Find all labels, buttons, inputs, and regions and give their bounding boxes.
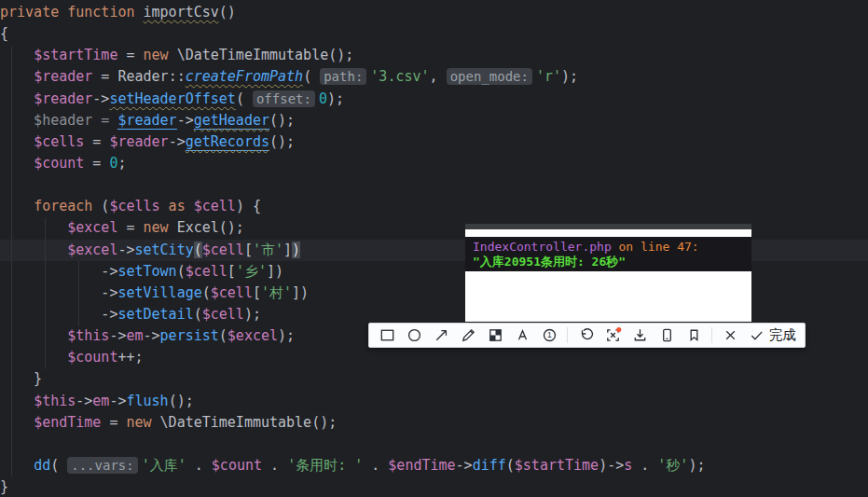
code-token	[0, 198, 34, 214]
code-token: $cells	[109, 198, 159, 214]
code-token: $cell	[194, 198, 236, 214]
undo-button[interactable]	[576, 326, 595, 345]
code-token: ->	[144, 327, 160, 344]
number-badge-tool-button[interactable]: 1	[540, 326, 558, 345]
code-token: ->	[456, 457, 473, 474]
code-token: path:	[320, 68, 366, 85]
code-token: =	[92, 68, 117, 85]
page-top-strip	[465, 229, 751, 237]
code-line: $reader->setHeaderOffset( offset:0);	[0, 89, 868, 110]
code-token: '入库'	[142, 457, 186, 474]
code-token: new	[144, 47, 169, 63]
code-token: dd	[34, 457, 50, 474]
code-token: \DateTimeImmutable();	[169, 47, 354, 63]
svg-text:1: 1	[547, 330, 552, 339]
code-token: $header =	[0, 112, 117, 129]
code-line: }	[0, 368, 868, 390]
download-icon	[631, 326, 649, 344]
code-token: ->	[0, 306, 117, 323]
code-token: setVillage	[117, 284, 201, 301]
pencil-tool-button[interactable]	[459, 326, 477, 345]
code-token: getHeader	[194, 112, 269, 130]
code-token: }	[0, 478, 8, 495]
indent-guide	[78, 261, 79, 326]
code-token: .	[186, 457, 212, 474]
code-token: ) {	[236, 198, 261, 214]
code-token: ])	[267, 263, 283, 280]
rectangle-tool-button[interactable]	[378, 326, 396, 345]
code-token: ->	[76, 393, 92, 409]
code-token	[0, 219, 67, 236]
code-token: (	[219, 327, 227, 344]
toolbar-divider	[567, 327, 568, 343]
code-token: ();	[269, 112, 295, 129]
code-token: getRecords	[186, 133, 269, 151]
code-token: ->	[177, 112, 194, 129]
code-token: ->	[0, 284, 117, 301]
done-label: 完成	[769, 326, 796, 344]
code-token: '乡'	[236, 263, 267, 280]
code-token: $reader	[34, 68, 92, 85]
code-token: (	[92, 198, 109, 214]
annotation-toolbar: 1 完成	[368, 323, 806, 348]
ellipse-tool-button[interactable]	[405, 326, 423, 345]
ocr-extract-button[interactable]	[603, 326, 622, 345]
undo-icon	[577, 326, 595, 344]
code-token: );	[278, 327, 295, 344]
code-token: }	[0, 370, 42, 387]
code-line: foreach ($cells as $cell) {	[0, 196, 868, 217]
code-token: ->	[92, 90, 109, 107]
text-tool-button[interactable]	[513, 326, 531, 345]
code-token: $cell	[211, 284, 253, 301]
code-token: $count	[212, 457, 262, 474]
pencil-icon	[460, 326, 477, 344]
code-token: (	[236, 90, 253, 107]
text-icon	[514, 326, 531, 344]
code-token: createFromPath	[186, 68, 303, 85]
code-token: '3.csv'	[370, 68, 429, 85]
code-token: $reader	[34, 90, 92, 107]
send-to-phone-button[interactable]	[657, 326, 676, 345]
bookmark-button[interactable]	[684, 326, 703, 345]
save-download-button[interactable]	[630, 326, 649, 345]
toolbar-divider	[711, 327, 712, 343]
code-token: =	[117, 219, 143, 236]
code-token: ()	[219, 4, 236, 21]
code-token: (	[303, 68, 320, 85]
code-line: }	[0, 476, 868, 497]
code-token: [	[253, 284, 261, 301]
code-token: .	[632, 457, 657, 474]
mosaic-tool-button[interactable]	[486, 326, 504, 345]
code-token: $this	[34, 393, 76, 409]
dump-file: IndexController.php	[473, 240, 612, 254]
code-token: flush	[126, 393, 168, 409]
code-token: '秒'	[657, 457, 688, 474]
code-token: em	[92, 393, 109, 409]
code-token: );	[561, 68, 578, 85]
code-token: =	[101, 414, 126, 431]
code-token: Excel	[177, 219, 219, 236]
code-line: $count = 0;	[0, 153, 868, 174]
code-token: $reader	[109, 133, 168, 150]
code-token: $this	[67, 327, 109, 344]
code-token	[169, 219, 177, 236]
arrow-tool-button[interactable]	[432, 326, 450, 345]
code-token: )	[292, 242, 300, 258]
code-token: =	[84, 133, 109, 150]
code-token	[0, 393, 34, 409]
code-token: ->	[117, 242, 134, 258]
confirm-done-button[interactable]: 完成	[748, 326, 796, 345]
code-token: (	[202, 284, 211, 301]
code-token: $startTime	[515, 457, 599, 474]
code-token: $cell	[202, 306, 244, 323]
code-token: ...vars:	[67, 457, 137, 474]
code-line: $reader = Reader::createFromPath( path:'…	[0, 66, 868, 88]
indent-guide	[11, 47, 12, 476]
code-token: open_mode:	[447, 68, 532, 85]
code-token: $count	[34, 155, 84, 172]
code-token	[0, 414, 34, 431]
cancel-button[interactable]	[721, 326, 739, 345]
code-token	[0, 349, 67, 366]
code-line: $count++;	[0, 347, 868, 368]
code-token: '市'	[253, 242, 283, 258]
